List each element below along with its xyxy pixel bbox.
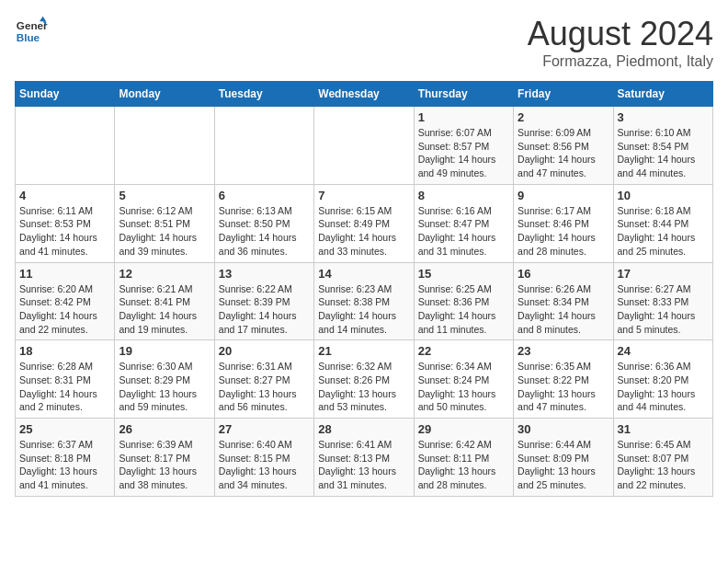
weekday-header-row: SundayMondayTuesdayWednesdayThursdayFrid… <box>16 82 713 107</box>
day-info: Sunrise: 6:34 AM Sunset: 8:24 PM Dayligh… <box>418 360 509 414</box>
week-row-4: 18Sunrise: 6:28 AM Sunset: 8:31 PM Dayli… <box>16 340 713 419</box>
day-number: 15 <box>418 267 509 281</box>
day-cell <box>16 107 115 185</box>
day-info: Sunrise: 6:25 AM Sunset: 8:36 PM Dayligh… <box>418 282 509 337</box>
day-cell: 15Sunrise: 6:25 AM Sunset: 8:36 PM Dayli… <box>414 262 513 340</box>
day-info: Sunrise: 6:42 AM Sunset: 8:11 PM Dayligh… <box>418 438 509 492</box>
day-number: 10 <box>618 189 709 202</box>
day-cell: 27Sunrise: 6:40 AM Sunset: 8:15 PM Dayli… <box>214 419 313 497</box>
day-number: 25 <box>19 422 110 436</box>
calendar: SundayMondayTuesdayWednesdayThursdayFrid… <box>15 81 713 497</box>
day-cell: 3Sunrise: 6:10 AM Sunset: 8:54 PM Daylig… <box>613 107 712 185</box>
day-cell: 1Sunrise: 6:07 AM Sunset: 8:57 PM Daylig… <box>414 107 513 185</box>
day-number: 21 <box>318 344 409 358</box>
day-cell: 2Sunrise: 6:09 AM Sunset: 8:56 PM Daylig… <box>514 107 613 185</box>
day-info: Sunrise: 6:36 AM Sunset: 8:20 PM Dayligh… <box>618 360 709 414</box>
weekday-header-sunday: Sunday <box>16 82 115 107</box>
day-number: 9 <box>518 189 609 202</box>
day-info: Sunrise: 6:09 AM Sunset: 8:56 PM Dayligh… <box>518 126 609 180</box>
day-cell: 13Sunrise: 6:22 AM Sunset: 8:39 PM Dayli… <box>214 262 313 340</box>
day-cell: 31Sunrise: 6:45 AM Sunset: 8:07 PM Dayli… <box>613 419 712 497</box>
day-cell: 26Sunrise: 6:39 AM Sunset: 8:17 PM Dayli… <box>115 419 214 497</box>
day-number: 5 <box>119 189 210 202</box>
day-cell: 18Sunrise: 6:28 AM Sunset: 8:31 PM Dayli… <box>16 340 115 419</box>
title-area: August 2024 Formazza, Piedmont, Italy <box>528 15 713 70</box>
day-number: 12 <box>119 267 210 281</box>
day-info: Sunrise: 6:32 AM Sunset: 8:26 PM Dayligh… <box>318 360 409 414</box>
logo-icon: General Blue <box>15 15 48 48</box>
day-number: 17 <box>618 267 709 281</box>
day-number: 1 <box>418 110 509 124</box>
day-number: 31 <box>618 422 709 436</box>
weekday-header-thursday: Thursday <box>414 82 513 107</box>
day-info: Sunrise: 6:26 AM Sunset: 8:34 PM Dayligh… <box>518 282 609 337</box>
weekday-header-monday: Monday <box>115 82 214 107</box>
day-info: Sunrise: 6:13 AM Sunset: 8:50 PM Dayligh… <box>219 204 310 259</box>
day-cell: 9Sunrise: 6:17 AM Sunset: 8:46 PM Daylig… <box>514 184 613 262</box>
day-number: 13 <box>219 267 310 281</box>
day-number: 22 <box>418 344 509 358</box>
day-cell: 8Sunrise: 6:16 AM Sunset: 8:47 PM Daylig… <box>414 184 513 262</box>
day-number: 23 <box>518 344 609 358</box>
day-number: 11 <box>19 267 110 281</box>
week-row-1: 1Sunrise: 6:07 AM Sunset: 8:57 PM Daylig… <box>16 107 713 185</box>
day-info: Sunrise: 6:31 AM Sunset: 8:27 PM Dayligh… <box>219 360 310 414</box>
day-info: Sunrise: 6:17 AM Sunset: 8:46 PM Dayligh… <box>518 204 609 259</box>
day-cell: 4Sunrise: 6:11 AM Sunset: 8:53 PM Daylig… <box>16 184 115 262</box>
week-row-5: 25Sunrise: 6:37 AM Sunset: 8:18 PM Dayli… <box>16 419 713 497</box>
day-number: 20 <box>219 344 310 358</box>
day-cell: 23Sunrise: 6:35 AM Sunset: 8:22 PM Dayli… <box>514 340 613 419</box>
day-info: Sunrise: 6:35 AM Sunset: 8:22 PM Dayligh… <box>518 360 609 414</box>
day-number: 19 <box>119 344 210 358</box>
weekday-header-saturday: Saturday <box>613 82 712 107</box>
day-info: Sunrise: 6:18 AM Sunset: 8:44 PM Dayligh… <box>618 204 709 259</box>
day-cell <box>314 107 414 185</box>
day-cell: 14Sunrise: 6:23 AM Sunset: 8:38 PM Dayli… <box>314 262 414 340</box>
day-info: Sunrise: 6:27 AM Sunset: 8:33 PM Dayligh… <box>618 282 709 337</box>
weekday-header-wednesday: Wednesday <box>314 82 414 107</box>
day-cell: 10Sunrise: 6:18 AM Sunset: 8:44 PM Dayli… <box>613 184 712 262</box>
day-cell: 11Sunrise: 6:20 AM Sunset: 8:42 PM Dayli… <box>16 262 115 340</box>
day-number: 24 <box>618 344 709 358</box>
weekday-header-friday: Friday <box>514 82 613 107</box>
day-number: 2 <box>518 110 609 124</box>
day-cell: 12Sunrise: 6:21 AM Sunset: 8:41 PM Dayli… <box>115 262 214 340</box>
day-cell: 7Sunrise: 6:15 AM Sunset: 8:49 PM Daylig… <box>314 184 414 262</box>
day-cell: 6Sunrise: 6:13 AM Sunset: 8:50 PM Daylig… <box>214 184 313 262</box>
day-info: Sunrise: 6:30 AM Sunset: 8:29 PM Dayligh… <box>119 360 210 414</box>
week-row-3: 11Sunrise: 6:20 AM Sunset: 8:42 PM Dayli… <box>16 262 713 340</box>
weekday-header-tuesday: Tuesday <box>214 82 313 107</box>
day-cell: 30Sunrise: 6:44 AM Sunset: 8:09 PM Dayli… <box>514 419 613 497</box>
day-cell: 21Sunrise: 6:32 AM Sunset: 8:26 PM Dayli… <box>314 340 414 419</box>
day-number: 30 <box>518 422 609 436</box>
day-number: 29 <box>418 422 509 436</box>
day-number: 3 <box>618 110 709 124</box>
day-info: Sunrise: 6:21 AM Sunset: 8:41 PM Dayligh… <box>119 282 210 337</box>
day-number: 28 <box>318 422 409 436</box>
day-info: Sunrise: 6:20 AM Sunset: 8:42 PM Dayligh… <box>19 282 110 337</box>
day-number: 16 <box>518 267 609 281</box>
day-cell: 20Sunrise: 6:31 AM Sunset: 8:27 PM Dayli… <box>214 340 313 419</box>
day-cell: 17Sunrise: 6:27 AM Sunset: 8:33 PM Dayli… <box>613 262 712 340</box>
day-info: Sunrise: 6:37 AM Sunset: 8:18 PM Dayligh… <box>19 438 110 492</box>
day-number: 14 <box>318 267 409 281</box>
day-cell: 28Sunrise: 6:41 AM Sunset: 8:13 PM Dayli… <box>314 419 414 497</box>
day-cell <box>115 107 214 185</box>
day-info: Sunrise: 6:45 AM Sunset: 8:07 PM Dayligh… <box>618 438 709 492</box>
day-info: Sunrise: 6:22 AM Sunset: 8:39 PM Dayligh… <box>219 282 310 337</box>
day-info: Sunrise: 6:11 AM Sunset: 8:53 PM Dayligh… <box>19 204 110 259</box>
day-number: 4 <box>19 189 110 202</box>
week-row-2: 4Sunrise: 6:11 AM Sunset: 8:53 PM Daylig… <box>16 184 713 262</box>
day-info: Sunrise: 6:44 AM Sunset: 8:09 PM Dayligh… <box>518 438 609 492</box>
day-info: Sunrise: 6:10 AM Sunset: 8:54 PM Dayligh… <box>618 126 709 180</box>
day-number: 8 <box>418 189 509 202</box>
month-title: August 2024 <box>528 15 713 53</box>
day-cell: 22Sunrise: 6:34 AM Sunset: 8:24 PM Dayli… <box>414 340 513 419</box>
day-cell <box>214 107 313 185</box>
day-info: Sunrise: 6:41 AM Sunset: 8:13 PM Dayligh… <box>318 438 409 492</box>
day-info: Sunrise: 6:23 AM Sunset: 8:38 PM Dayligh… <box>318 282 409 337</box>
day-info: Sunrise: 6:39 AM Sunset: 8:17 PM Dayligh… <box>119 438 210 492</box>
day-info: Sunrise: 6:16 AM Sunset: 8:47 PM Dayligh… <box>418 204 509 259</box>
header: General Blue August 2024 Formazza, Piedm… <box>15 15 713 70</box>
svg-text:Blue: Blue <box>17 31 40 43</box>
